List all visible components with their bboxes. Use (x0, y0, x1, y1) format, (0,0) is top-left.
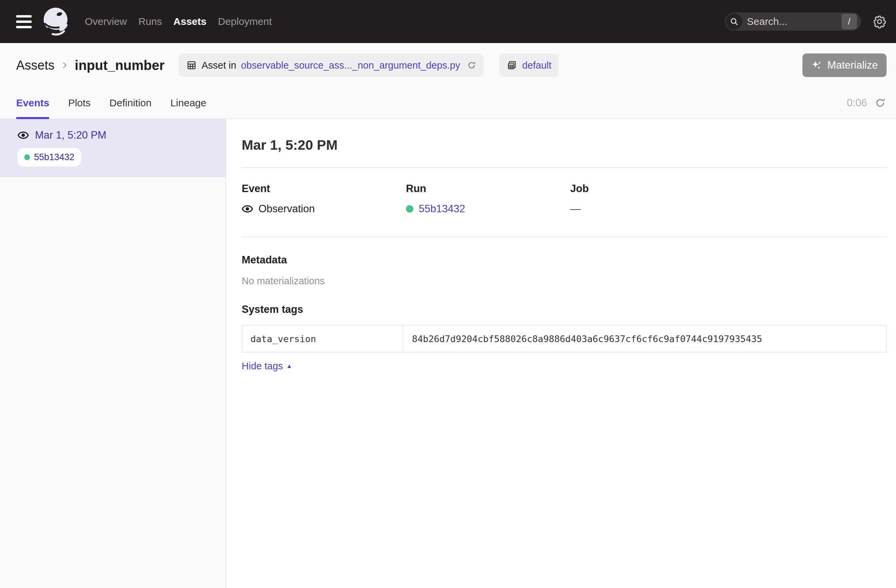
tab-plots[interactable]: Plots (68, 87, 91, 119)
tag-key-cell: data_version (242, 326, 403, 352)
refresh-icon[interactable] (875, 97, 886, 109)
tag-value-cell: 84b26d7d9204cbf588026c8a9886d403a6c9637c… (403, 326, 886, 352)
run-id-link[interactable]: 55b13432 (419, 203, 465, 215)
search-input[interactable] (747, 16, 828, 27)
hide-tags-link[interactable]: Hide tags ▲ (242, 361, 292, 372)
job-column: Job — (570, 183, 734, 215)
observation-eye-icon (242, 203, 253, 214)
asset-chip-prefix: Asset in (202, 60, 236, 71)
system-tags-table: data_version 84b26d7d9204cbf588026c8a988… (242, 325, 887, 352)
nav-item-deployment[interactable]: Deployment (218, 16, 272, 27)
asset-tabs: Events Plots Definition Lineage 0:06 (0, 87, 896, 119)
event-detail-panel: Mar 1, 5:20 PM Event Observation Run (226, 119, 896, 588)
sparkle-icon (811, 59, 823, 71)
events-sidebar: Mar 1, 5:20 PM 55b13432 (0, 119, 226, 588)
event-type-value: Observation (259, 203, 315, 215)
event-list-item[interactable]: Mar 1, 5:20 PM 55b13432 (0, 119, 226, 177)
menu-icon[interactable] (16, 12, 32, 31)
asset-file-link[interactable]: observable_source_ass..._non_argument_de… (241, 60, 460, 71)
dagster-logo-icon[interactable] (40, 5, 72, 38)
observation-eye-icon (17, 129, 29, 141)
nav-item-overview[interactable]: Overview (85, 16, 127, 27)
materialize-label: Materialize (827, 59, 878, 71)
repo-chip[interactable]: default (499, 53, 559, 77)
chevron-right-icon (61, 61, 69, 69)
caret-up-icon: ▲ (286, 363, 293, 370)
system-tags-heading: System tags (242, 304, 887, 316)
tab-definition[interactable]: Definition (110, 87, 151, 119)
asset-definition-chip[interactable]: Asset in observable_source_ass..._non_ar… (179, 53, 484, 77)
run-column: Run 55b13432 (406, 183, 570, 215)
search-icon (726, 14, 742, 30)
search-shortcut-key: / (841, 14, 857, 29)
primary-nav: Overview Runs Assets Deployment (85, 16, 272, 27)
event-column: Event Observation (242, 183, 406, 215)
refresh-countdown: 0:06 (847, 97, 867, 109)
nav-item-runs[interactable]: Runs (138, 16, 162, 27)
run-status-dot (24, 154, 30, 160)
job-empty-value: — (570, 203, 581, 215)
metadata-empty-message: No materializations (242, 275, 887, 287)
metadata-heading: Metadata (242, 254, 887, 266)
nav-item-assets[interactable]: Assets (173, 16, 206, 27)
run-status-dot (406, 205, 413, 213)
event-detail-title: Mar 1, 5:20 PM (242, 137, 887, 153)
reload-definition-icon[interactable] (467, 61, 476, 70)
tab-lineage[interactable]: Lineage (170, 87, 206, 119)
repo-chip-label: default (522, 60, 551, 71)
materialize-button[interactable]: Materialize (802, 53, 887, 77)
asset-table-icon (186, 60, 197, 71)
run-id-chip[interactable]: 55b13432 (17, 148, 81, 167)
asset-header: Assets input_number Asset in observable_… (0, 43, 896, 87)
gear-icon[interactable] (872, 14, 887, 29)
top-nav: Overview Runs Assets Deployment / (0, 0, 896, 43)
search-bar[interactable]: / (725, 12, 861, 30)
repo-grid-icon (507, 60, 517, 71)
breadcrumb-assets-link[interactable]: Assets (16, 58, 55, 73)
page-title: input_number (75, 58, 165, 73)
event-timestamp: Mar 1, 5:20 PM (35, 129, 107, 141)
run-id-label: 55b13432 (34, 152, 75, 163)
tab-events[interactable]: Events (16, 87, 49, 119)
